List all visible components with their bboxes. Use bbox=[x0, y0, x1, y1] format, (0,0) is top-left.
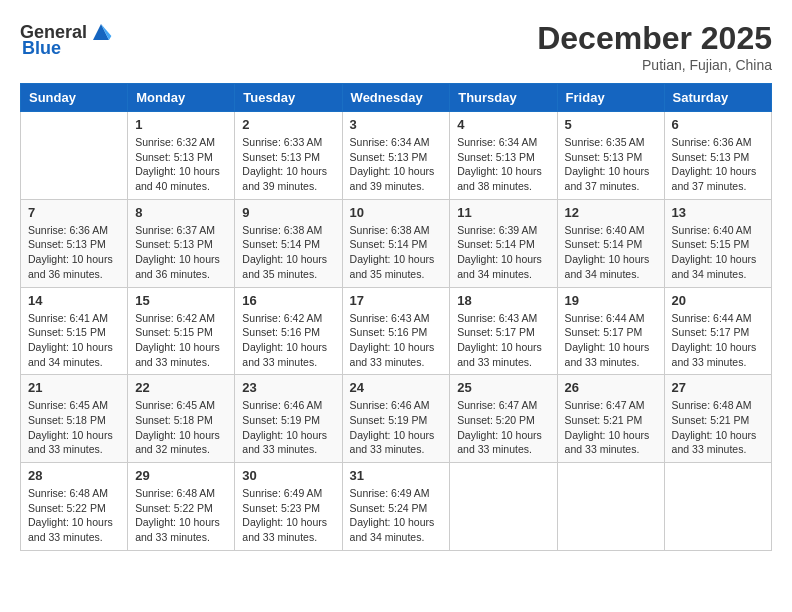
day-number: 21 bbox=[28, 380, 120, 395]
day-number: 20 bbox=[672, 293, 764, 308]
day-info: Sunrise: 6:42 AMSunset: 5:16 PMDaylight:… bbox=[242, 311, 334, 370]
calendar-cell: 23Sunrise: 6:46 AMSunset: 5:19 PMDayligh… bbox=[235, 375, 342, 463]
day-info: Sunrise: 6:38 AMSunset: 5:14 PMDaylight:… bbox=[350, 223, 443, 282]
day-number: 3 bbox=[350, 117, 443, 132]
calendar-cell: 12Sunrise: 6:40 AMSunset: 5:14 PMDayligh… bbox=[557, 199, 664, 287]
column-header-sunday: Sunday bbox=[21, 84, 128, 112]
calendar-cell: 5Sunrise: 6:35 AMSunset: 5:13 PMDaylight… bbox=[557, 112, 664, 200]
calendar-cell bbox=[450, 463, 557, 551]
day-number: 29 bbox=[135, 468, 227, 483]
calendar-cell: 14Sunrise: 6:41 AMSunset: 5:15 PMDayligh… bbox=[21, 287, 128, 375]
day-info: Sunrise: 6:46 AMSunset: 5:19 PMDaylight:… bbox=[242, 398, 334, 457]
calendar-cell: 20Sunrise: 6:44 AMSunset: 5:17 PMDayligh… bbox=[664, 287, 771, 375]
day-info: Sunrise: 6:38 AMSunset: 5:14 PMDaylight:… bbox=[242, 223, 334, 282]
day-info: Sunrise: 6:46 AMSunset: 5:19 PMDaylight:… bbox=[350, 398, 443, 457]
day-info: Sunrise: 6:34 AMSunset: 5:13 PMDaylight:… bbox=[350, 135, 443, 194]
day-number: 7 bbox=[28, 205, 120, 220]
day-number: 26 bbox=[565, 380, 657, 395]
day-info: Sunrise: 6:35 AMSunset: 5:13 PMDaylight:… bbox=[565, 135, 657, 194]
calendar-cell: 28Sunrise: 6:48 AMSunset: 5:22 PMDayligh… bbox=[21, 463, 128, 551]
day-info: Sunrise: 6:49 AMSunset: 5:24 PMDaylight:… bbox=[350, 486, 443, 545]
calendar-cell: 8Sunrise: 6:37 AMSunset: 5:13 PMDaylight… bbox=[128, 199, 235, 287]
calendar-week-2: 7Sunrise: 6:36 AMSunset: 5:13 PMDaylight… bbox=[21, 199, 772, 287]
calendar-cell: 25Sunrise: 6:47 AMSunset: 5:20 PMDayligh… bbox=[450, 375, 557, 463]
day-info: Sunrise: 6:36 AMSunset: 5:13 PMDaylight:… bbox=[28, 223, 120, 282]
calendar-table: SundayMondayTuesdayWednesdayThursdayFrid… bbox=[20, 83, 772, 551]
day-info: Sunrise: 6:45 AMSunset: 5:18 PMDaylight:… bbox=[28, 398, 120, 457]
calendar-cell: 4Sunrise: 6:34 AMSunset: 5:13 PMDaylight… bbox=[450, 112, 557, 200]
calendar-week-4: 21Sunrise: 6:45 AMSunset: 5:18 PMDayligh… bbox=[21, 375, 772, 463]
location-subtitle: Putian, Fujian, China bbox=[537, 57, 772, 73]
column-header-wednesday: Wednesday bbox=[342, 84, 450, 112]
day-info: Sunrise: 6:47 AMSunset: 5:20 PMDaylight:… bbox=[457, 398, 549, 457]
day-number: 6 bbox=[672, 117, 764, 132]
day-number: 2 bbox=[242, 117, 334, 132]
calendar-cell: 31Sunrise: 6:49 AMSunset: 5:24 PMDayligh… bbox=[342, 463, 450, 551]
calendar-cell: 11Sunrise: 6:39 AMSunset: 5:14 PMDayligh… bbox=[450, 199, 557, 287]
page-header: General Blue December 2025 Putian, Fujia… bbox=[20, 20, 772, 73]
calendar-cell: 21Sunrise: 6:45 AMSunset: 5:18 PMDayligh… bbox=[21, 375, 128, 463]
day-info: Sunrise: 6:33 AMSunset: 5:13 PMDaylight:… bbox=[242, 135, 334, 194]
month-year-title: December 2025 bbox=[537, 20, 772, 57]
calendar-cell: 9Sunrise: 6:38 AMSunset: 5:14 PMDaylight… bbox=[235, 199, 342, 287]
day-info: Sunrise: 6:48 AMSunset: 5:22 PMDaylight:… bbox=[28, 486, 120, 545]
calendar-cell: 1Sunrise: 6:32 AMSunset: 5:13 PMDaylight… bbox=[128, 112, 235, 200]
day-number: 11 bbox=[457, 205, 549, 220]
day-number: 9 bbox=[242, 205, 334, 220]
calendar-cell: 15Sunrise: 6:42 AMSunset: 5:15 PMDayligh… bbox=[128, 287, 235, 375]
day-number: 22 bbox=[135, 380, 227, 395]
calendar-cell: 18Sunrise: 6:43 AMSunset: 5:17 PMDayligh… bbox=[450, 287, 557, 375]
logo-blue: Blue bbox=[22, 38, 61, 59]
day-number: 8 bbox=[135, 205, 227, 220]
calendar-cell bbox=[21, 112, 128, 200]
day-number: 12 bbox=[565, 205, 657, 220]
calendar-cell: 22Sunrise: 6:45 AMSunset: 5:18 PMDayligh… bbox=[128, 375, 235, 463]
title-block: December 2025 Putian, Fujian, China bbox=[537, 20, 772, 73]
day-number: 18 bbox=[457, 293, 549, 308]
day-info: Sunrise: 6:44 AMSunset: 5:17 PMDaylight:… bbox=[672, 311, 764, 370]
column-header-saturday: Saturday bbox=[664, 84, 771, 112]
column-header-monday: Monday bbox=[128, 84, 235, 112]
calendar-cell: 26Sunrise: 6:47 AMSunset: 5:21 PMDayligh… bbox=[557, 375, 664, 463]
calendar-cell: 2Sunrise: 6:33 AMSunset: 5:13 PMDaylight… bbox=[235, 112, 342, 200]
column-header-tuesday: Tuesday bbox=[235, 84, 342, 112]
day-info: Sunrise: 6:36 AMSunset: 5:13 PMDaylight:… bbox=[672, 135, 764, 194]
calendar-cell bbox=[664, 463, 771, 551]
day-number: 27 bbox=[672, 380, 764, 395]
calendar-cell: 10Sunrise: 6:38 AMSunset: 5:14 PMDayligh… bbox=[342, 199, 450, 287]
calendar-week-1: 1Sunrise: 6:32 AMSunset: 5:13 PMDaylight… bbox=[21, 112, 772, 200]
day-info: Sunrise: 6:49 AMSunset: 5:23 PMDaylight:… bbox=[242, 486, 334, 545]
day-info: Sunrise: 6:32 AMSunset: 5:13 PMDaylight:… bbox=[135, 135, 227, 194]
calendar-cell bbox=[557, 463, 664, 551]
day-info: Sunrise: 6:48 AMSunset: 5:21 PMDaylight:… bbox=[672, 398, 764, 457]
logo: General Blue bbox=[20, 20, 113, 59]
day-info: Sunrise: 6:40 AMSunset: 5:14 PMDaylight:… bbox=[565, 223, 657, 282]
day-info: Sunrise: 6:43 AMSunset: 5:16 PMDaylight:… bbox=[350, 311, 443, 370]
calendar-header: SundayMondayTuesdayWednesdayThursdayFrid… bbox=[21, 84, 772, 112]
column-header-friday: Friday bbox=[557, 84, 664, 112]
day-number: 24 bbox=[350, 380, 443, 395]
calendar-cell: 29Sunrise: 6:48 AMSunset: 5:22 PMDayligh… bbox=[128, 463, 235, 551]
day-number: 5 bbox=[565, 117, 657, 132]
column-header-thursday: Thursday bbox=[450, 84, 557, 112]
calendar-cell: 16Sunrise: 6:42 AMSunset: 5:16 PMDayligh… bbox=[235, 287, 342, 375]
calendar-week-5: 28Sunrise: 6:48 AMSunset: 5:22 PMDayligh… bbox=[21, 463, 772, 551]
day-number: 13 bbox=[672, 205, 764, 220]
calendar-cell: 17Sunrise: 6:43 AMSunset: 5:16 PMDayligh… bbox=[342, 287, 450, 375]
day-info: Sunrise: 6:40 AMSunset: 5:15 PMDaylight:… bbox=[672, 223, 764, 282]
day-info: Sunrise: 6:47 AMSunset: 5:21 PMDaylight:… bbox=[565, 398, 657, 457]
calendar-cell: 6Sunrise: 6:36 AMSunset: 5:13 PMDaylight… bbox=[664, 112, 771, 200]
day-info: Sunrise: 6:43 AMSunset: 5:17 PMDaylight:… bbox=[457, 311, 549, 370]
day-number: 30 bbox=[242, 468, 334, 483]
day-number: 19 bbox=[565, 293, 657, 308]
day-info: Sunrise: 6:44 AMSunset: 5:17 PMDaylight:… bbox=[565, 311, 657, 370]
day-number: 28 bbox=[28, 468, 120, 483]
calendar-cell: 7Sunrise: 6:36 AMSunset: 5:13 PMDaylight… bbox=[21, 199, 128, 287]
calendar-cell: 24Sunrise: 6:46 AMSunset: 5:19 PMDayligh… bbox=[342, 375, 450, 463]
day-info: Sunrise: 6:41 AMSunset: 5:15 PMDaylight:… bbox=[28, 311, 120, 370]
calendar-cell: 27Sunrise: 6:48 AMSunset: 5:21 PMDayligh… bbox=[664, 375, 771, 463]
day-info: Sunrise: 6:48 AMSunset: 5:22 PMDaylight:… bbox=[135, 486, 227, 545]
day-info: Sunrise: 6:42 AMSunset: 5:15 PMDaylight:… bbox=[135, 311, 227, 370]
day-number: 17 bbox=[350, 293, 443, 308]
calendar-cell: 13Sunrise: 6:40 AMSunset: 5:15 PMDayligh… bbox=[664, 199, 771, 287]
